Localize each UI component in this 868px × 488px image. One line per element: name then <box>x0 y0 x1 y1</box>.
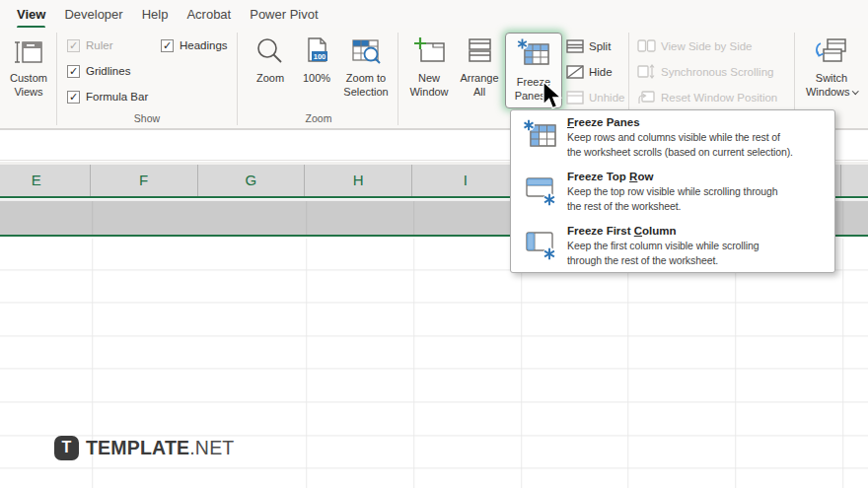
arrange-all-icon <box>464 32 495 69</box>
zoom-group-label: Zoom <box>240 112 398 124</box>
checkbox-headings[interactable]: ✓ Headings <box>161 37 228 53</box>
column-header-i[interactable]: I <box>412 165 520 196</box>
freeze-panes-dropdown-menu: Freeze Panes Keep rows and columns visib… <box>510 109 835 273</box>
checkbox-check-icon: ✓ <box>161 39 174 52</box>
menu-item-freeze-panes[interactable]: Freeze Panes Keep rows and columns visib… <box>511 114 834 168</box>
tab-help[interactable]: Help <box>142 7 169 22</box>
zoom-to-selection-label-line1: Zoom to <box>343 72 388 86</box>
arrange-all-label-line1: Arrange <box>460 72 498 86</box>
checkbox-check-icon: ✓ <box>67 65 80 78</box>
synchronous-scrolling-label: Synchronous Scrolling <box>661 66 773 78</box>
freeze-first-column-icon <box>523 231 558 264</box>
freeze-panes-menu-icon <box>523 119 558 155</box>
new-window-icon <box>411 32 447 69</box>
menu-item-freeze-top-row[interactable]: Freeze Top Row Keep the top row visible … <box>511 169 834 222</box>
menu-item-description: Keep the first column visible while scro… <box>567 239 760 253</box>
menu-item-description: the worksheet scrolls (based on current … <box>567 145 793 160</box>
freeze-panes-icon <box>516 37 551 73</box>
menu-item-freeze-first-column[interactable]: Freeze First Column Keep the first colum… <box>511 223 834 276</box>
menu-item-description: the rest of the worksheet. <box>567 199 778 214</box>
menu-item-title: Freeze Top Row <box>567 170 778 184</box>
tab-power-pivot[interactable]: Power Pivot <box>250 7 318 22</box>
custom-views-label-line2: Views <box>10 86 47 100</box>
checkbox-gridlines-label: Gridlines <box>86 65 130 77</box>
zoom-100-label: 100% <box>303 72 330 86</box>
menu-item-title: Freeze First Column <box>567 224 760 239</box>
reset-window-position-button: Reset Window Position <box>637 89 777 105</box>
arrange-all-button[interactable]: Arrange All <box>455 32 504 126</box>
switch-windows-label-line1: Switch <box>806 72 857 86</box>
column-header-f[interactable]: F <box>91 165 198 196</box>
hide-label: Hide <box>589 66 613 78</box>
checkbox-headings-label: Headings <box>180 39 228 51</box>
split-icon <box>566 39 584 53</box>
group-separator <box>398 33 398 125</box>
checkbox-check-icon: ✓ <box>67 39 80 52</box>
checkbox-formula-bar-label: Formula Bar <box>86 91 148 103</box>
hide-button[interactable]: Hide <box>566 63 613 80</box>
view-side-by-side-icon <box>637 39 656 53</box>
checkbox-check-icon: ✓ <box>67 91 80 104</box>
template-net-watermark: T TEMPLATE.NET <box>54 435 234 460</box>
menu-item-description: Keep rows and columns visible while the … <box>567 130 793 145</box>
unhide-icon <box>566 91 584 105</box>
show-group-label: Show <box>59 112 235 124</box>
checkbox-gridlines[interactable]: ✓ Gridlines <box>67 63 130 79</box>
magnifier-icon <box>254 32 286 69</box>
mouse-cursor-icon <box>540 81 565 116</box>
checkbox-formula-bar[interactable]: ✓ Formula Bar <box>67 89 148 105</box>
arrange-all-label-line2: All <box>460 86 498 100</box>
template-net-tld: .NET <box>189 437 234 458</box>
reset-window-position-icon <box>637 90 656 105</box>
dropdown-chevron-icon <box>852 88 858 94</box>
switch-windows-label-line2: Windows <box>806 86 850 98</box>
checkbox-ruler-label: Ruler <box>86 39 112 51</box>
unhide-button: Unhide <box>566 89 624 105</box>
synchronous-scrolling-button: Synchronous Scrolling <box>637 63 773 80</box>
unhide-label: Unhide <box>589 92 624 104</box>
view-side-by-side-label: View Side by Side <box>661 40 752 52</box>
split-label: Split <box>589 40 611 52</box>
custom-views-label-line1: Custom <box>10 72 47 86</box>
menu-item-description: through the rest of the worksheet. <box>567 253 760 268</box>
menu-item-description: Keep the top row visible while scrolling… <box>567 184 778 199</box>
column-header-g[interactable]: G <box>198 165 306 196</box>
column-header-e[interactable]: E <box>0 165 91 196</box>
tab-acrobat[interactable]: Acrobat <box>186 7 231 22</box>
zoom-100-page-icon: 100 <box>302 32 331 69</box>
svg-text:100: 100 <box>314 52 326 61</box>
zoom-to-selection-icon <box>349 32 383 69</box>
menu-item-title: Freeze Panes <box>567 115 793 130</box>
new-window-label-line2: Window <box>409 86 448 100</box>
ribbon-tab-bar: View Developer Help Acrobat Power Pivot <box>0 0 868 28</box>
new-window-label-line1: New <box>409 72 448 86</box>
tab-view[interactable]: View <box>17 7 45 22</box>
template-net-brand: TEMPLATE <box>86 437 189 458</box>
new-window-button[interactable]: New Window <box>403 32 455 126</box>
hide-icon <box>566 65 584 79</box>
group-separator <box>56 33 57 125</box>
switch-windows-icon <box>813 32 850 69</box>
synchronous-scrolling-icon <box>637 64 656 79</box>
zoom-to-selection-label-line2: Selection <box>343 86 388 100</box>
checkbox-ruler: ✓ Ruler <box>67 37 112 53</box>
reset-window-position-label: Reset Window Position <box>661 92 777 104</box>
view-side-by-side-button: View Side by Side <box>637 37 752 54</box>
custom-views-button[interactable]: Custom Views <box>4 32 53 126</box>
column-header-h[interactable]: H <box>305 165 412 196</box>
split-button[interactable]: Split <box>566 37 611 54</box>
zoom-label: Zoom <box>256 72 284 86</box>
template-net-logo-badge: T <box>54 436 79 460</box>
freeze-top-row-icon <box>523 176 558 210</box>
custom-views-icon <box>13 32 44 69</box>
tab-developer[interactable]: Developer <box>64 7 122 22</box>
group-separator <box>237 33 238 125</box>
